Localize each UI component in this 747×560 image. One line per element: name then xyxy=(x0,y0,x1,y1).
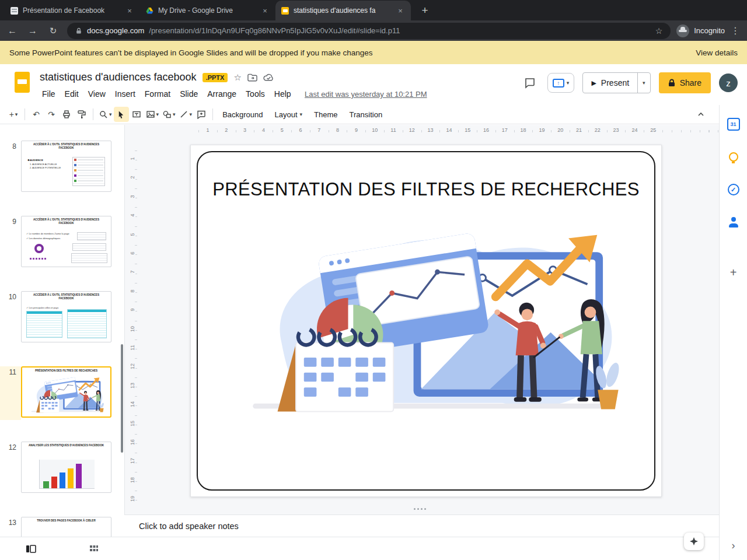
title-row: statistiques d'audiences facebook .PPTX … xyxy=(40,71,274,83)
slide-illustration[interactable] xyxy=(238,222,630,429)
tab-close-icon[interactable]: × xyxy=(125,6,134,15)
h-ruler-tick: 16 xyxy=(482,127,490,133)
browser-tab-2[interactable]: My Drive - Google Drive × xyxy=(140,1,275,20)
slide-12-thumbnail[interactable]: ANALYSER LES STATISTIQUES D'AUDIENCES FA… xyxy=(21,442,111,493)
menu-edit[interactable]: Edit xyxy=(60,88,83,100)
v-ruler-tick: 12 xyxy=(130,362,135,370)
slide-11-thumbnail[interactable]: PRÉSENTATION DES FILTRES DE RECHERCHES xyxy=(21,366,111,418)
menu-insert[interactable]: Insert xyxy=(110,88,140,100)
thumb-title: TROUVER DES PAGES FACEBOOK À CIBLER xyxy=(27,519,106,523)
explore-button[interactable] xyxy=(684,533,704,550)
browser-tab-active[interactable]: statistiques d'audiences fa × xyxy=(275,1,411,20)
thumb-title: ACCÉDER À L'OUTIL STATISTIQUES D'AUDIENC… xyxy=(27,143,106,150)
menu-slide[interactable]: Slide xyxy=(175,88,203,100)
pptx-badge: .PPTX xyxy=(203,73,228,82)
slides-app-logo[interactable] xyxy=(15,72,30,93)
banner-message: Some PowerPoint features can't be displa… xyxy=(9,48,372,57)
undo-button[interactable]: ↶ xyxy=(29,107,44,122)
tab-close-icon[interactable]: × xyxy=(260,6,270,15)
contacts-icon[interactable] xyxy=(725,214,742,231)
present-button[interactable]: ▶ Present ▾ xyxy=(582,72,650,93)
slide-10-thumbnail[interactable]: ACCÉDER À L'OUTIL STATISTIQUES D'AUDIENC… xyxy=(21,291,111,342)
star-icon[interactable]: ☆ xyxy=(233,72,241,83)
text-box-button[interactable] xyxy=(129,107,144,122)
h-ruler-tick: 18 xyxy=(519,127,528,133)
calendar-icon[interactable]: 31 xyxy=(725,116,742,133)
v-ruler-tick: 15 xyxy=(130,419,135,428)
last-edit-link[interactable]: Last edit was yesterday at 10:21 PM xyxy=(305,90,427,99)
slide-8-thumbnail[interactable]: ACCÉDER À L'OUTIL STATISTIQUES D'AUDIENC… xyxy=(21,141,111,192)
view-details-link[interactable]: View details xyxy=(696,48,738,57)
cloud-status-icon[interactable] xyxy=(263,74,274,82)
background-button[interactable]: Background xyxy=(217,107,268,122)
speaker-notes-placeholder: Click to add speaker notes xyxy=(139,522,239,531)
slide-13-thumbnail[interactable]: TROUVER DES PAGES FACEBOOK À CIBLER xyxy=(21,517,111,537)
menu-bar: FileEditViewInsertFormatSlideArrangeTool… xyxy=(37,88,296,100)
current-slide[interactable]: PRÉSENTATION DES FILTRES DE RECHERCHES xyxy=(190,145,662,497)
bookmark-star-icon[interactable]: ☆ xyxy=(655,26,663,36)
v-ruler-tick: 19 xyxy=(130,495,135,503)
forward-button[interactable]: → xyxy=(25,23,41,39)
tab-close-icon[interactable]: × xyxy=(396,6,405,15)
v-ruler-tick: 3 xyxy=(130,192,135,201)
header-actions: ↑ ▾ ▶ Present ▾ Share z xyxy=(521,71,738,94)
slide-9-thumbnail[interactable]: ACCÉDER À L'OUTIL STATISTIQUES D'AUDIENC… xyxy=(21,216,111,267)
menu-view[interactable]: View xyxy=(83,88,110,100)
notes-resize-handle[interactable] xyxy=(414,508,426,510)
select-tool-button[interactable] xyxy=(114,107,129,122)
h-ruler-tick: 8 xyxy=(335,127,340,133)
speaker-notes[interactable]: Click to add speaker notes xyxy=(124,514,719,537)
menu-help[interactable]: Help xyxy=(270,88,296,100)
browser-tab-1[interactable]: Présentation de Facebook × xyxy=(5,1,140,20)
present-options-caret[interactable]: ▾ xyxy=(637,73,650,93)
tasks-icon[interactable]: ✓ xyxy=(725,181,742,198)
new-slide-button[interactable]: +▾ xyxy=(6,107,21,122)
h-ruler-tick: 22 xyxy=(594,127,602,133)
zoom-button[interactable]: ▾ xyxy=(97,107,114,122)
menu-format[interactable]: Format xyxy=(140,88,175,100)
insert-line-button[interactable]: ▾ xyxy=(177,107,194,122)
grid-view-button[interactable] xyxy=(86,542,102,556)
menu-file[interactable]: File xyxy=(37,88,60,100)
hide-side-panel-chevron[interactable]: › xyxy=(732,540,735,552)
add-addon-button[interactable]: + xyxy=(725,264,742,281)
h-ruler-tick: 25 xyxy=(649,127,657,133)
url-host: docs.google.com xyxy=(87,26,144,35)
move-folder-icon[interactable] xyxy=(247,74,257,82)
present-to-meet-button[interactable]: ↑ ▾ xyxy=(547,73,575,93)
back-button[interactable]: ← xyxy=(4,23,20,39)
redo-button[interactable]: ↷ xyxy=(44,107,59,122)
insert-shape-button[interactable]: ▾ xyxy=(160,107,177,122)
url-bar[interactable]: docs.google.com /presentation/d/1InDqAn9… xyxy=(67,23,671,39)
h-ruler-tick: 1 xyxy=(205,127,210,133)
account-avatar[interactable]: z xyxy=(719,74,738,92)
comment-history-button[interactable] xyxy=(521,74,539,92)
document-title[interactable]: statistiques d'audiences facebook xyxy=(40,71,197,83)
slide-number: 10 xyxy=(0,291,21,345)
share-button[interactable]: Share xyxy=(659,72,711,93)
filmstrip-scrollbar[interactable] xyxy=(121,344,123,453)
transition-button[interactable]: Transition xyxy=(344,107,389,122)
layout-button[interactable]: Layout▾ xyxy=(269,107,309,122)
caret-down-icon: ▾ xyxy=(567,80,570,86)
collapse-toolbar-button[interactable] xyxy=(693,107,708,122)
h-ruler-tick: 7 xyxy=(316,127,322,133)
insert-comment-button[interactable] xyxy=(194,107,209,122)
new-tab-button[interactable]: + xyxy=(417,2,433,19)
insert-image-button[interactable]: ▾ xyxy=(144,107,161,122)
filmstrip-view-button[interactable] xyxy=(23,542,39,556)
play-icon: ▶ xyxy=(591,79,596,87)
thumb-text: ✓ Les données démographiques xyxy=(26,237,72,240)
lock-icon xyxy=(668,79,675,87)
slide-title-text[interactable]: PRÉSENTATION DES FILTRES DE RECHERCHES xyxy=(191,179,661,200)
keep-icon[interactable] xyxy=(725,148,742,166)
theme-button[interactable]: Theme xyxy=(308,107,343,122)
paint-format-button[interactable] xyxy=(74,107,89,122)
menu-arrange[interactable]: Arrange xyxy=(203,88,241,100)
h-ruler-tick: 12 xyxy=(408,127,416,133)
thumb-text: ✓ Le nombre de membres J'aime la page xyxy=(26,232,72,235)
browser-menu-icon[interactable]: ⋮ xyxy=(731,25,740,36)
menu-tools[interactable]: Tools xyxy=(241,88,270,100)
reload-button[interactable]: ↻ xyxy=(45,23,61,39)
print-button[interactable] xyxy=(59,107,74,122)
